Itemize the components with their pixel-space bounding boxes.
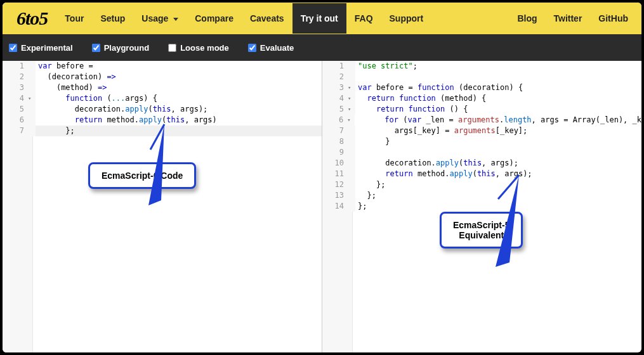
code-text — [355, 72, 641, 82]
line-number: 12 — [322, 179, 348, 190]
nav-usage[interactable]: Usage — [133, 3, 187, 34]
nav-support[interactable]: Support — [381, 3, 432, 34]
nav-compare[interactable]: Compare — [187, 3, 242, 34]
checkbox-evaluate[interactable] — [248, 44, 256, 52]
code-line[interactable]: 1"use strict"; — [322, 61, 641, 72]
code-text: args[_key] = arguments[_key]; — [355, 126, 641, 136]
code-text: return method.apply(this, args) — [36, 115, 322, 126]
fold-toggle — [28, 104, 36, 115]
line-number: 4 — [322, 93, 348, 104]
checkbox-experimental[interactable] — [9, 44, 17, 52]
code-line[interactable]: 2 — [322, 72, 641, 82]
nav-try-it-out[interactable]: Try it out — [292, 3, 346, 34]
fold-toggle — [348, 201, 355, 212]
code-text: return function () { — [355, 104, 641, 115]
line-number: 8 — [322, 136, 348, 147]
line-number: 2 — [3, 72, 28, 82]
callout-es6: EcmaScript-6 Code — [88, 137, 196, 189]
fold-toggle[interactable]: ▾ — [347, 115, 355, 126]
code-text: for (var _len = arguments.length, args =… — [355, 115, 641, 126]
callout-es5: EcmaScript-5 Equivalent — [440, 188, 523, 248]
code-text: (decoration) => — [36, 72, 322, 82]
fold-toggle — [348, 126, 355, 136]
checkbox-playground[interactable] — [92, 44, 100, 52]
option-label: Evaluate — [260, 43, 294, 53]
option-experimental[interactable]: Experimental — [9, 43, 73, 53]
input-pane[interactable]: 1var before =2 (decoration) =>3 (method)… — [3, 61, 322, 352]
line-number: 6 — [3, 115, 28, 126]
fold-toggle[interactable]: ▾ — [348, 82, 355, 93]
code-line[interactable]: 10 decoration.apply(this, args); — [322, 158, 641, 169]
code-line[interactable]: 3 (method) => — [3, 82, 322, 93]
code-line[interactable]: 2 (decoration) => — [3, 72, 322, 82]
code-line[interactable]: 4▾ return function (method) { — [322, 93, 641, 104]
fold-toggle — [348, 147, 355, 158]
output-pane[interactable]: 1"use strict";23▾var before = function (… — [322, 61, 641, 352]
fold-toggle — [348, 72, 355, 82]
fold-toggle — [28, 126, 36, 136]
nav-tour[interactable]: Tour — [56, 3, 92, 34]
line-number: 9 — [322, 147, 348, 158]
code-line[interactable]: 5 decoration.apply(this, args); — [3, 104, 322, 115]
code-line[interactable]: 1var before = — [3, 61, 322, 72]
option-label: Experimental — [21, 43, 73, 53]
code-line[interactable]: 7 args[_key] = arguments[_key]; — [322, 126, 641, 136]
code-line[interactable]: 8 } — [322, 136, 641, 147]
code-line[interactable]: 4▾ function (...args) { — [3, 93, 322, 104]
code-line[interactable]: 11 return method.apply(this, args); — [322, 169, 641, 179]
line-number: 6 — [322, 115, 347, 126]
logo[interactable]: 6to5 — [8, 8, 56, 29]
line-number: 1 — [3, 61, 28, 72]
fold-toggle[interactable]: ▾ — [348, 104, 355, 115]
code-text: "use strict"; — [355, 61, 641, 72]
option-label: Playground — [104, 43, 150, 53]
nav-setup[interactable]: Setup — [92, 3, 133, 34]
checkbox-loose-mode[interactable] — [168, 44, 176, 52]
fold-toggle — [348, 179, 355, 190]
nav-blog[interactable]: Blog — [509, 3, 545, 34]
code-text: function (...args) { — [36, 93, 322, 104]
code-text: return function (method) { — [355, 93, 641, 104]
line-number: 4 — [3, 93, 28, 104]
fold-toggle — [348, 190, 355, 201]
line-number: 10 — [322, 158, 348, 169]
fold-toggle — [348, 169, 355, 179]
code-line[interactable]: 9 — [322, 147, 641, 158]
line-number: 7 — [3, 126, 28, 136]
fold-toggle — [348, 158, 355, 169]
option-label: Loose mode — [180, 43, 229, 53]
nav-github[interactable]: GitHub — [590, 3, 636, 34]
line-number: 3 — [322, 82, 348, 93]
nav-faq[interactable]: FAQ — [346, 3, 381, 34]
code-line[interactable]: 3▾var before = function (decoration) { — [322, 82, 641, 93]
line-number: 13 — [322, 190, 348, 201]
option-loose-mode[interactable]: Loose mode — [168, 43, 229, 53]
fold-toggle — [348, 136, 355, 147]
fold-toggle — [28, 115, 36, 126]
fold-toggle[interactable]: ▾ — [348, 93, 355, 104]
nav-caveats[interactable]: Caveats — [242, 3, 292, 34]
code-text: var before = function (decoration) { — [355, 82, 641, 93]
code-text: (method) => — [36, 82, 322, 93]
callout-label: EcmaScript-5 — [453, 220, 509, 230]
code-text: decoration.apply(this, args); — [355, 158, 641, 169]
code-text: decoration.apply(this, args); — [36, 104, 322, 115]
line-number: 7 — [322, 126, 348, 136]
code-text — [355, 147, 641, 158]
code-line[interactable]: 5▾ return function () { — [322, 104, 641, 115]
fold-toggle — [348, 61, 355, 72]
line-number: 2 — [322, 72, 348, 82]
line-number: 14 — [322, 201, 348, 212]
navbar: 6to5 Tour Setup Usage Compare Caveats Tr… — [3, 3, 641, 34]
option-evaluate[interactable]: Evaluate — [248, 43, 294, 53]
nav-twitter[interactable]: Twitter — [545, 3, 590, 34]
option-playground[interactable]: Playground — [92, 43, 150, 53]
fold-toggle — [28, 61, 36, 72]
callout-label: Equivalent — [459, 230, 504, 240]
code-line[interactable]: 6▾ for (var _len = arguments.length, arg… — [322, 115, 641, 126]
line-number: 3 — [3, 82, 28, 93]
fold-toggle[interactable]: ▾ — [28, 93, 36, 104]
fold-toggle — [28, 72, 36, 82]
code-text: }; — [36, 126, 322, 136]
chevron-down-icon — [173, 18, 178, 21]
